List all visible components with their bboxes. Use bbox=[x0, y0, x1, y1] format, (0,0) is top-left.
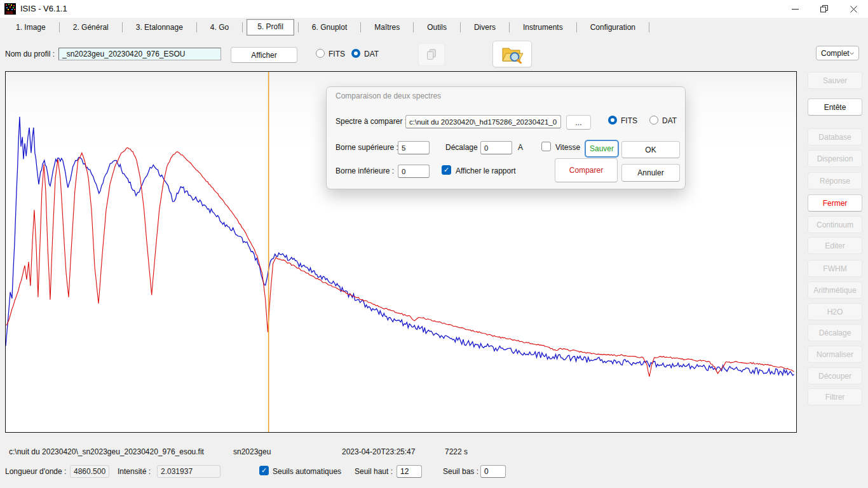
rapport-checkbox[interactable]: ✓ bbox=[442, 165, 451, 175]
tab-outils[interactable]: Outils bbox=[414, 18, 460, 36]
svg-text:ISIS: ISIS bbox=[6, 11, 13, 15]
dialog-fits-label: FITS bbox=[621, 116, 637, 125]
ok-button[interactable]: OK bbox=[621, 141, 680, 158]
dialog-sauver-button[interactable]: Sauver bbox=[585, 140, 618, 157]
sidebar-button-ent-te[interactable]: Entête bbox=[808, 98, 862, 116]
sidebar-button-sauver: Sauver bbox=[808, 72, 862, 89]
annuler-button[interactable]: Annuler bbox=[621, 164, 680, 182]
copy-pages-icon bbox=[424, 48, 438, 62]
tab-instruments[interactable]: Instruments bbox=[510, 18, 576, 36]
restore-icon bbox=[820, 5, 828, 13]
app-icon: ISIS bbox=[4, 3, 16, 15]
compare-spectrum-input[interactable] bbox=[405, 115, 561, 128]
tab-ma-tres[interactable]: Maîtres bbox=[361, 18, 413, 36]
intensity-value: 2.031937 bbox=[157, 465, 220, 478]
tab-4-go[interactable]: 4. Go bbox=[197, 18, 242, 36]
comparison-dialog: Comparaison de deux spectres Spectre à c… bbox=[326, 86, 686, 189]
status-row-1: c:\nuit du 20230420\_sn2023geu_20230420_… bbox=[0, 447, 868, 458]
wavelength-label: Longueur d'onde : bbox=[5, 467, 66, 476]
sidebar-button-dispersion: Dispersion bbox=[808, 150, 862, 167]
wavelength-value: 4860.500 bbox=[70, 465, 109, 478]
title-bar: ISIS ISIS - V6.1.1 bbox=[0, 0, 868, 18]
lower-bound-label: Borne inférieure : bbox=[336, 166, 394, 175]
minimize-icon bbox=[792, 6, 799, 13]
window-title: ISIS - V6.1.1 bbox=[20, 0, 67, 18]
dat-radio-label: DAT bbox=[364, 50, 379, 58]
tab-divers[interactable]: Divers bbox=[461, 18, 509, 36]
sidebar-button-editer: Editer bbox=[808, 237, 862, 254]
tab-separator bbox=[242, 22, 243, 32]
threshold-high-input[interactable] bbox=[397, 465, 422, 478]
chevron-down-icon bbox=[850, 51, 854, 55]
close-icon bbox=[850, 6, 857, 13]
comparer-button[interactable]: Comparer bbox=[555, 158, 618, 182]
threshold-high-label: Seuil haut : bbox=[355, 467, 393, 476]
sidebar-button-d-calage: Décalage bbox=[808, 324, 862, 341]
sidebar-button-h2o: H2O bbox=[808, 303, 862, 320]
tab-3-etalonnage[interactable]: 3. Etalonnage bbox=[123, 18, 196, 36]
vitesse-checkbox[interactable] bbox=[541, 142, 551, 151]
tab-6-gnuplot[interactable]: 6. Gnuplot bbox=[299, 18, 360, 36]
vitesse-label: Vitesse bbox=[555, 143, 580, 152]
browse-profile-button[interactable] bbox=[492, 41, 532, 67]
tab-strip: 1. Image2. Général3. Etalonnage4. Go5. P… bbox=[0, 18, 868, 37]
folder-search-icon bbox=[500, 44, 524, 64]
observation-datetime: 2023-04-20T23:25:47 bbox=[342, 447, 415, 456]
exposure-time: 7222 s bbox=[445, 447, 468, 456]
dat-radio[interactable] bbox=[351, 49, 360, 58]
offset-label: Décalage : bbox=[445, 143, 482, 152]
object-name: sn2023geu bbox=[233, 447, 271, 456]
sidebar-button-database: Database bbox=[808, 128, 862, 146]
copy-profile-button[interactable] bbox=[418, 43, 445, 66]
fits-radio-label: FITS bbox=[329, 50, 345, 58]
file-path: c:\nuit du 20230420\_sn2023geu_20230420_… bbox=[9, 447, 204, 456]
compare-spectrum-label: Spectre à comparer : bbox=[336, 117, 407, 126]
tab-separator bbox=[649, 22, 649, 32]
minimize-button[interactable] bbox=[780, 0, 810, 18]
mode-dropdown-value: Complet bbox=[821, 49, 850, 58]
tab-2-g-n-ral[interactable]: 2. Général bbox=[60, 18, 122, 36]
sidebar-button-fermer[interactable]: Fermer bbox=[808, 194, 862, 212]
offset-input[interactable] bbox=[480, 141, 512, 154]
sidebar-button-filtrer: Filtrer bbox=[808, 388, 862, 405]
sidebar-button-fwhm: FWHM bbox=[808, 260, 862, 277]
close-button[interactable] bbox=[839, 0, 868, 18]
afficher-button[interactable]: Afficher bbox=[231, 47, 297, 63]
upper-bound-label: Borne supérieure : bbox=[336, 143, 398, 152]
toolbar: Nom du profil : _sn2023geu_20230420_976_… bbox=[0, 37, 868, 70]
dialog-fits-radio[interactable] bbox=[608, 116, 617, 125]
sidebar-button-r-ponse: Réponse bbox=[808, 172, 862, 189]
rapport-label: Afficher le rapport bbox=[456, 166, 516, 175]
restore-button[interactable] bbox=[810, 0, 839, 18]
sidebar-button-continuum: Continuum bbox=[808, 216, 862, 233]
auto-thresholds-checkbox[interactable]: ✓ bbox=[259, 466, 269, 475]
tab-configuration[interactable]: Configuration bbox=[577, 18, 649, 36]
threshold-low-label: Seuil bas : bbox=[443, 467, 478, 476]
intensity-label: Intensité : bbox=[118, 467, 151, 476]
sidebar-button-d-couper: Découper bbox=[808, 367, 862, 384]
dialog-title: Comparaison de deux spectres bbox=[336, 92, 441, 100]
upper-bound-input[interactable] bbox=[398, 141, 430, 154]
tab-1-image[interactable]: 1. Image bbox=[3, 18, 59, 36]
threshold-low-input[interactable] bbox=[480, 465, 506, 478]
lower-bound-input[interactable] bbox=[398, 165, 430, 178]
offset-unit-label: A bbox=[518, 143, 523, 152]
sidebar: SauverEntêteDatabaseDispersionRéponseFer… bbox=[802, 71, 868, 405]
browse-compare-button[interactable]: ... bbox=[566, 115, 591, 130]
dialog-dat-radio[interactable] bbox=[649, 116, 658, 125]
tab-5-profil[interactable]: 5. Profil bbox=[247, 19, 294, 36]
fits-radio[interactable] bbox=[316, 49, 325, 58]
sidebar-button-normaliser: Normaliser bbox=[808, 346, 862, 363]
dialog-dat-label: DAT bbox=[662, 116, 677, 125]
profile-name-input[interactable]: _sn2023geu_20230420_976_ESOU bbox=[58, 48, 221, 60]
mode-dropdown[interactable]: Complet bbox=[816, 46, 859, 60]
auto-thresholds-label: Seuils automatiques bbox=[273, 467, 341, 476]
sidebar-button-arithm-tique: Arithmétique bbox=[808, 281, 862, 299]
profile-name-label: Nom du profil : bbox=[5, 50, 55, 58]
status-row-2: Longueur d'onde : 4860.500 Intensité : 2… bbox=[0, 463, 868, 480]
